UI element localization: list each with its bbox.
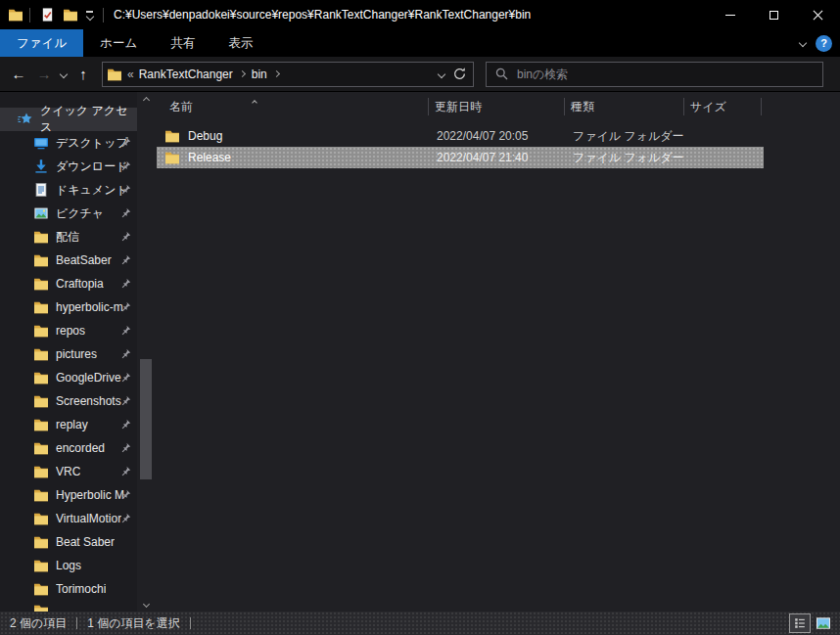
search-input[interactable]	[517, 68, 815, 81]
sidebar-item[interactable]: ピクチャ	[0, 202, 137, 225]
titlebar-separator	[103, 8, 104, 23]
sidebar-item[interactable]: pictures	[0, 342, 137, 366]
sidebar-item[interactable]: デスクトップ	[0, 131, 137, 155]
pin-icon	[120, 254, 131, 265]
file-name: Debug	[188, 129, 222, 143]
sidebar-item[interactable]: GoogleDrive	[0, 366, 137, 389]
titlebar-separator	[29, 8, 30, 23]
sidebar-item-label: GoogleDrive	[56, 371, 121, 385]
folder-icon	[33, 440, 49, 456]
maximize-icon	[770, 11, 778, 20]
maximize-button[interactable]	[752, 0, 796, 29]
up-button[interactable]: ↑	[70, 62, 96, 87]
folder-icon	[33, 252, 49, 268]
address-dropdown-button[interactable]	[439, 71, 444, 77]
sidebar-item[interactable]: ドキュメント	[0, 178, 137, 202]
back-button[interactable]: ←	[6, 62, 31, 87]
folder-icon	[33, 511, 49, 526]
search-icon	[494, 67, 509, 81]
help-button[interactable]: ?	[816, 35, 832, 52]
sidebar-item[interactable]: encorded	[0, 436, 137, 460]
qat-customize-dropdown[interactable]	[82, 9, 97, 22]
chevron-down-icon	[85, 12, 93, 20]
column-header-1[interactable]: 更新日時	[429, 92, 565, 121]
sidebar-item[interactable]: replay	[0, 413, 137, 436]
status-selection-count: 1 個の項目を選択	[87, 615, 180, 632]
sidebar-item[interactable]: repos	[0, 319, 137, 342]
sidebar-item[interactable]: 配信	[0, 225, 137, 249]
sidebar-item[interactable]: BeatSaber	[0, 249, 137, 272]
ribbon-tab-0[interactable]: ファイル	[0, 29, 83, 57]
window-controls	[708, 0, 840, 29]
pin-icon	[120, 395, 131, 406]
forward-button[interactable]: →	[31, 62, 57, 87]
chevron-down-icon	[438, 69, 445, 77]
download-icon	[33, 159, 49, 174]
properties-check-icon	[40, 7, 55, 23]
ribbon-tab-2[interactable]: 共有	[154, 29, 211, 57]
column-header-3[interactable]: サイズ	[684, 92, 762, 121]
ribbon-tab-1[interactable]: ホーム	[83, 29, 154, 57]
pin-icon	[120, 160, 131, 171]
ribbon-expand-button[interactable]	[800, 40, 806, 46]
folder-icon	[33, 487, 49, 503]
sidebar-item[interactable]: Logs	[0, 554, 137, 577]
file-row[interactable]: Release2022/04/07 21:40ファイル フォルダー	[157, 147, 764, 168]
scroll-up-button[interactable]	[137, 92, 155, 108]
ribbon-tab-3[interactable]: 表示	[211, 29, 269, 57]
close-button[interactable]	[796, 0, 840, 29]
sidebar-item[interactable]: VirtualMotior	[0, 507, 137, 530]
folder-icon	[33, 534, 49, 550]
sidebar-item[interactable]: VRC	[0, 460, 137, 483]
address-bar[interactable]: « RankTextChangerbin	[102, 62, 474, 87]
qat-new-folder-button[interactable]	[59, 5, 82, 24]
pin-icon	[120, 466, 131, 476]
chevron-down-icon	[142, 600, 149, 607]
column-header-label: 名前	[169, 99, 193, 115]
sidebar-item-label: Beat Saber	[56, 535, 115, 549]
large-icons-view-button[interactable]	[813, 613, 834, 633]
sidebar-item[interactable]: Hyperbolic M	[0, 483, 137, 507]
column-header-label: 種類	[571, 99, 594, 115]
sidebar-item[interactable]: Beat Saber	[0, 530, 137, 554]
breadcrumb-overflow[interactable]: «	[127, 68, 134, 81]
breadcrumb-separator-icon[interactable]	[273, 70, 280, 77]
sidebar-item[interactable]: Screenshots	[0, 389, 137, 413]
sidebar-quick-access[interactable]: クイック アクセス	[0, 108, 137, 131]
sidebar-item[interactable]: hyperbolic-m	[0, 295, 137, 319]
recent-locations-dropdown[interactable]	[57, 62, 70, 87]
file-name: Release	[188, 151, 231, 164]
scroll-down-button[interactable]	[137, 596, 155, 612]
sidebar-scrollbar[interactable]	[137, 92, 155, 612]
column-header-2[interactable]: 種類	[565, 92, 684, 121]
sidebar-item-label: 配信	[56, 229, 79, 246]
sidebar-item[interactable]: ダウンロード	[0, 155, 137, 178]
minimize-button[interactable]	[708, 0, 752, 29]
sidebar-item-label: VirtualMotior	[56, 512, 121, 525]
thumbnail-view-icon	[816, 616, 831, 630]
breadcrumb-item[interactable]: RankTextChanger	[137, 68, 235, 81]
pin-icon	[120, 489, 131, 500]
breadcrumb-separator-icon[interactable]	[239, 70, 246, 77]
folder-icon	[164, 128, 180, 144]
file-row[interactable]: Debug2022/04/07 20:05ファイル フォルダー	[157, 125, 764, 147]
scrollbar-thumb[interactable]	[140, 359, 152, 479]
sort-ascending-icon	[253, 94, 257, 108]
quick-access-star-icon	[18, 112, 33, 127]
folder-icon	[164, 150, 180, 165]
sidebar-item-label: Torimochi	[56, 582, 106, 596]
explorer-app-folder-icon	[8, 7, 23, 23]
refresh-button[interactable]	[452, 67, 467, 81]
sidebar-item-label: VRC	[56, 465, 80, 478]
folder-icon	[33, 417, 49, 432]
sidebar-item[interactable]: Torimochi	[0, 577, 137, 601]
column-header-0[interactable]: 名前	[155, 92, 429, 121]
folder-icon	[33, 558, 49, 573]
sidebar-item-label: replay	[56, 418, 88, 431]
sidebar-item[interactable]: Craftopia	[0, 272, 137, 295]
details-view-button[interactable]	[789, 613, 811, 633]
pin-icon	[120, 513, 131, 523]
sidebar-item-label: Craftopia	[56, 277, 104, 291]
breadcrumb-item[interactable]: bin	[250, 68, 269, 81]
qat-properties-button[interactable]	[36, 5, 59, 24]
